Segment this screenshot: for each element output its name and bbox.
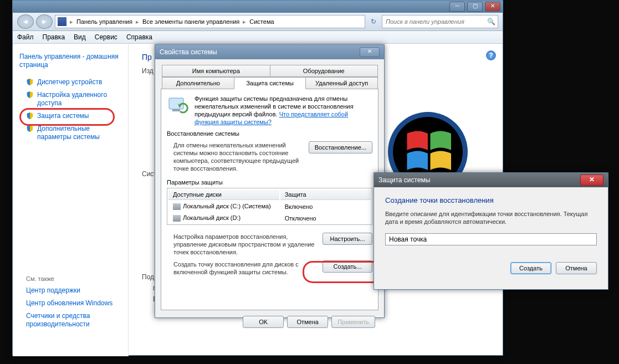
col-drives[interactable]: Доступные диски (168, 189, 279, 200)
sidebar-advanced-settings[interactable]: Дополнительные параметры системы (13, 122, 128, 143)
navigation-bar: ◄ ► ▸ Панель управления ▸ Все элементы п… (13, 13, 503, 31)
create-confirm-button[interactable]: Создать (510, 262, 551, 274)
tabs: Имя компьютера Оборудование Дополнительн… (162, 65, 377, 89)
dialog-titlebar: Свойства системы ✕ (155, 45, 384, 59)
control-panel-icon (58, 17, 66, 26)
close-button[interactable]: ✕ (485, 2, 500, 12)
config-text: Настройка параметров восстановления, упр… (173, 233, 317, 256)
cancel-button[interactable]: Отмена (556, 262, 597, 274)
restore-point-name-input[interactable] (385, 233, 597, 245)
system-protection-icon (167, 95, 189, 117)
breadcrumb-item[interactable]: Все элементы панели управления (142, 18, 239, 25)
drive-icon (173, 215, 181, 222)
create-text: Создать точку восстановления для дисков … (173, 260, 317, 276)
create-button[interactable]: Создать... (323, 260, 372, 273)
titlebar: ─ ▢ ✕ (13, 1, 503, 13)
tab-remote[interactable]: Удаленный доступ (305, 77, 378, 89)
close-button[interactable]: ✕ (580, 175, 603, 186)
sidebar-action-center[interactable]: Центр поддержки (13, 284, 128, 297)
sidebar-system-protection[interactable]: Защита системы (13, 110, 128, 122)
dialog-title: Защита системы (378, 176, 430, 184)
system-properties-dialog: Свойства системы ✕ Имя компьютера Оборуд… (155, 44, 385, 318)
shield-icon (26, 125, 34, 132)
intro-text: Функция защиты системы предназначена для… (195, 95, 372, 126)
menu-help[interactable]: Справка (126, 33, 152, 41)
shield-icon (26, 78, 34, 86)
menu-edit[interactable]: Правка (43, 33, 65, 41)
breadcrumb-item[interactable]: Панель управления (76, 18, 132, 25)
back-button[interactable]: ◄ (17, 14, 34, 29)
restore-text: Для отмены нежелательных изменений систе… (173, 141, 303, 172)
maximize-button[interactable]: ▢ (467, 2, 483, 12)
dialog-title: Свойства системы (160, 48, 217, 56)
tab-computer-name[interactable]: Имя компьютера (162, 65, 270, 77)
menu-view[interactable]: Вид (74, 33, 86, 41)
search-icon[interactable]: 🔍 (487, 18, 495, 25)
restore-group-title: Восстановление системы (167, 130, 372, 137)
sidebar-windows-update[interactable]: Центр обновления Windows (13, 297, 128, 310)
sidebar-performance[interactable]: Счетчики и средства производительности (13, 310, 128, 331)
dialog-titlebar: Защита системы ✕ (374, 173, 608, 187)
cancel-button[interactable]: Отмена (287, 316, 328, 328)
sidebar-remote-settings[interactable]: Настройка удаленного доступа (13, 89, 128, 110)
sidebar-home-link[interactable]: Панель управления - домашняя страница (13, 50, 128, 71)
address-bar[interactable]: ▸ Панель управления ▸ Все элементы панел… (55, 15, 365, 28)
svg-rect-3 (172, 109, 180, 111)
drive-icon (173, 203, 181, 210)
col-protection[interactable]: Защита (280, 189, 371, 200)
params-group-title: Параметры защиты (167, 179, 372, 186)
breadcrumb-item[interactable]: Система (249, 18, 274, 25)
tab-content: Функция защиты системы предназначена для… (161, 89, 378, 310)
search-input[interactable] (385, 18, 487, 25)
table-row[interactable]: Локальный диск (C:) (Система) Включено (168, 201, 371, 212)
create-restore-point-dialog: Защита системы ✕ Создание точки восстано… (374, 172, 608, 290)
create-heading: Создание точки восстановления (385, 196, 597, 204)
drives-table: Доступные диски Защита Локальный диск (C… (167, 188, 372, 225)
configure-button[interactable]: Настроить... (323, 233, 372, 245)
ok-button[interactable]: OK (243, 316, 284, 328)
see-also-heading: См. также (13, 271, 128, 284)
create-description: Введите описание для идентификации точки… (385, 210, 597, 225)
table-row[interactable]: Локальный диск (D:) Отключено (168, 213, 371, 223)
sidebar: Панель управления - домашняя страница Ди… (13, 44, 129, 356)
forward-button[interactable]: ► (36, 14, 53, 29)
refresh-icon[interactable]: ↻ (367, 18, 380, 25)
menu-tools[interactable]: Сервис (95, 33, 117, 41)
search-box[interactable]: 🔍 (382, 15, 498, 28)
close-button[interactable]: ✕ (360, 47, 380, 57)
tab-advanced[interactable]: Дополнительно (162, 77, 234, 89)
apply-button[interactable]: Применить (331, 316, 375, 328)
minimize-button[interactable]: ─ (449, 2, 465, 12)
menu-bar: Файл Правка Вид Сервис Справка (13, 31, 503, 44)
restore-button[interactable]: Восстановление... (309, 141, 372, 153)
shield-icon (26, 112, 34, 120)
sidebar-device-manager[interactable]: Диспетчер устройств (13, 76, 128, 89)
menu-file[interactable]: Файл (17, 33, 34, 41)
tab-hardware[interactable]: Оборудование (270, 65, 378, 77)
tab-system-protection[interactable]: Защита системы (234, 77, 306, 89)
shield-icon (26, 91, 34, 99)
help-icon[interactable]: ? (486, 50, 496, 60)
